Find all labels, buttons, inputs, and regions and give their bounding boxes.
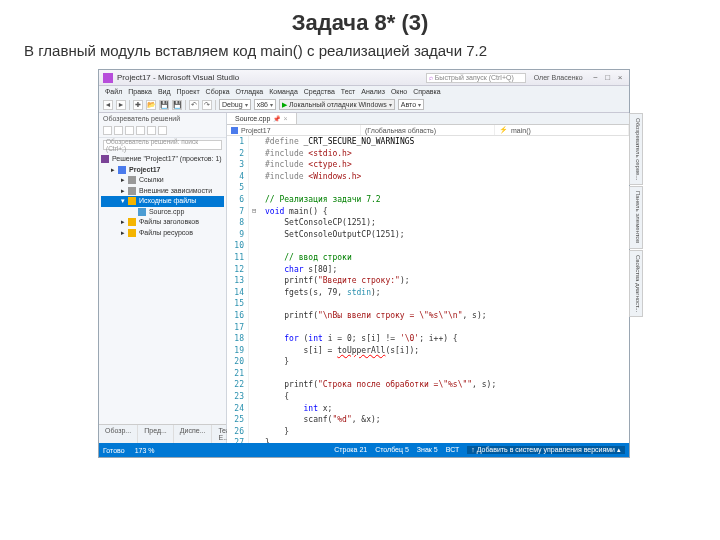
new-button[interactable]: ✚ bbox=[133, 100, 143, 110]
close-button[interactable]: × bbox=[615, 73, 625, 82]
search-icon: ⌕ bbox=[429, 74, 433, 81]
menu-Отладка[interactable]: Отладка bbox=[236, 88, 264, 95]
panel-title: Обозреватель решений bbox=[99, 113, 226, 124]
tree-source-folder[interactable]: ▾ Исходные файлы bbox=[101, 196, 224, 207]
nav-scope-combo[interactable]: (Глобальная область) bbox=[361, 125, 495, 135]
menu-Сборка[interactable]: Сборка bbox=[206, 88, 230, 95]
solution-search-input[interactable]: Обозреватель решений: поиск (Ctrl+;) bbox=[103, 140, 222, 150]
run-button[interactable]: ▶Локальный отладчик Windows▾ bbox=[279, 99, 395, 110]
statusbar: Готово 173 % Строка 21 Столбец 5 Знак 5 … bbox=[99, 443, 629, 457]
menu-Вид[interactable]: Вид bbox=[158, 88, 171, 95]
menu-Проект[interactable]: Проект bbox=[177, 88, 200, 95]
toolbar: ◄ ► ✚ 📂 💾 💾 ↶ ↷ Debug▾ x86▾ ▶Локальный о… bbox=[99, 97, 629, 113]
code-area[interactable]: 1234567891011121314151617181920212223242… bbox=[227, 136, 629, 443]
tree-source-file[interactable]: Source.cpp bbox=[101, 207, 224, 218]
collapse-icon[interactable] bbox=[136, 126, 145, 135]
code-editor: Обозреватель серве...Панель элементовСво… bbox=[227, 113, 629, 443]
solution-explorer-panel: Обозреватель решений Обозреватель решени… bbox=[99, 113, 227, 443]
slide-title: Задача 8* (3) bbox=[0, 0, 720, 42]
auto-combo[interactable]: Авто▾ bbox=[398, 99, 424, 110]
vs-logo-icon bbox=[103, 73, 113, 83]
tree-solution[interactable]: Решение "Project17" (проектов: 1) bbox=[101, 154, 224, 165]
status-zoom[interactable]: 173 % bbox=[135, 447, 155, 454]
slide-subtitle: В главный модуль вставляем код main() с … bbox=[0, 42, 720, 69]
quick-launch-input[interactable]: ⌕ Быстрый запуск (Ctrl+Q) bbox=[426, 73, 526, 83]
pin-icon[interactable]: 📌 bbox=[273, 115, 280, 122]
nav-back-button[interactable]: ◄ bbox=[103, 100, 113, 110]
tree-external[interactable]: ▸ Внешние зависимости bbox=[101, 186, 224, 197]
undo-button[interactable]: ↶ bbox=[189, 100, 199, 110]
minimize-button[interactable]: − bbox=[591, 73, 601, 82]
status-ins[interactable]: ВСТ bbox=[446, 446, 460, 454]
window-title: Project17 - Microsoft Visual Studio bbox=[117, 73, 239, 82]
save-button[interactable]: 💾 bbox=[159, 100, 169, 110]
right-tab[interactable]: Обозреватель серве... bbox=[629, 113, 643, 185]
menu-Анализ[interactable]: Анализ bbox=[361, 88, 385, 95]
menu-Справка[interactable]: Справка bbox=[413, 88, 440, 95]
right-tab[interactable]: Панель элементов bbox=[629, 186, 643, 248]
nav-project-combo[interactable]: Project17 bbox=[227, 125, 361, 135]
props-icon[interactable] bbox=[147, 126, 156, 135]
nav-fwd-button[interactable]: ► bbox=[116, 100, 126, 110]
menu-Команда[interactable]: Команда bbox=[269, 88, 298, 95]
bottom-tab[interactable]: Диспе... bbox=[174, 425, 213, 443]
titlebar: Project17 - Microsoft Visual Studio ⌕ Бы… bbox=[99, 70, 629, 86]
menubar: ФайлПравкаВидПроектСборкаОтладкаКомандаС… bbox=[99, 86, 629, 97]
fold-column[interactable]: ⊟ bbox=[249, 136, 259, 443]
menu-Средства[interactable]: Средства bbox=[304, 88, 335, 95]
redo-button[interactable]: ↷ bbox=[202, 100, 212, 110]
close-tab-icon[interactable]: × bbox=[283, 115, 287, 122]
status-line: Строка 21 bbox=[334, 446, 367, 454]
platform-combo[interactable]: x86▾ bbox=[254, 99, 276, 110]
sync-icon[interactable] bbox=[114, 126, 123, 135]
menu-Тест[interactable]: Тест bbox=[341, 88, 355, 95]
ide-window: Project17 - Microsoft Visual Studio ⌕ Бы… bbox=[98, 69, 630, 458]
menu-Окно[interactable]: Окно bbox=[391, 88, 407, 95]
editor-tab[interactable]: Source.cpp📌× bbox=[227, 113, 297, 124]
bottom-tabs: Обозр...Пред...Диспе...Team E... bbox=[99, 424, 226, 443]
tree-headers-folder[interactable]: ▸ Файлы заголовков bbox=[101, 217, 224, 228]
home-icon[interactable] bbox=[103, 126, 112, 135]
bottom-tab[interactable]: Обозр... bbox=[99, 425, 138, 443]
code-text[interactable]: #define _CRT_SECURE_NO_WARNINGS#include … bbox=[259, 136, 629, 443]
editor-tabs: Source.cpp📌× bbox=[227, 113, 629, 125]
status-ready: Готово bbox=[103, 447, 125, 454]
bottom-tab[interactable]: Пред... bbox=[138, 425, 174, 443]
status-git[interactable]: ↑ Добавить в систему управления версиями… bbox=[467, 446, 625, 454]
nav-func-combo[interactable]: ⚡main() bbox=[495, 125, 629, 135]
tree-project[interactable]: ▸ Project17 bbox=[101, 165, 224, 176]
tree-references[interactable]: ▸ Ссылки bbox=[101, 175, 224, 186]
window-controls: − □ × bbox=[591, 73, 625, 82]
status-char: Знак 5 bbox=[417, 446, 438, 454]
save-all-button[interactable]: 💾 bbox=[172, 100, 182, 110]
tree-resources-folder[interactable]: ▸ Файлы ресурсов bbox=[101, 228, 224, 239]
line-numbers: 1234567891011121314151617181920212223242… bbox=[227, 136, 249, 443]
status-col: Столбец 5 bbox=[375, 446, 409, 454]
right-tab[interactable]: Свойства диагност... bbox=[629, 250, 643, 317]
menu-Файл[interactable]: Файл bbox=[105, 88, 122, 95]
panel-toolbar bbox=[99, 124, 226, 138]
menu-Правка[interactable]: Правка bbox=[128, 88, 152, 95]
showall-icon[interactable] bbox=[158, 126, 167, 135]
maximize-button[interactable]: □ bbox=[603, 73, 613, 82]
nav-bar: Project17 (Глобальная область) ⚡main() bbox=[227, 125, 629, 136]
refresh-icon[interactable] bbox=[125, 126, 134, 135]
solution-tree: Решение "Project17" (проектов: 1) ▸ Proj… bbox=[99, 152, 226, 240]
open-button[interactable]: 📂 bbox=[146, 100, 156, 110]
user-name[interactable]: Олег Власенко bbox=[530, 74, 587, 81]
config-combo[interactable]: Debug▾ bbox=[219, 99, 251, 110]
